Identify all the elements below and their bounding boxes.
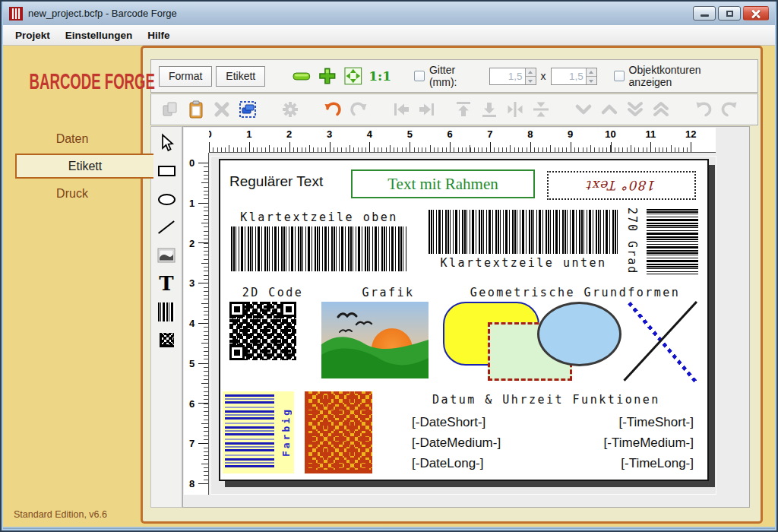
zoom-in-icon[interactable] xyxy=(318,66,337,86)
grid-height-spinner[interactable]: 1,5 xyxy=(551,68,597,85)
grid-checkbox[interactable] xyxy=(414,71,425,81)
redo-icon[interactable] xyxy=(349,100,368,119)
regular-text-object[interactable]: Regulärer Text xyxy=(229,173,323,190)
time-long-placeholder[interactable]: [-TimeLong-] xyxy=(604,453,694,473)
ruler-number: 11 xyxy=(645,128,656,140)
menu-hilfe[interactable]: Hilfe xyxy=(140,27,177,43)
grid-width-spinner[interactable]: 1,5 xyxy=(489,68,536,85)
time-medium-placeholder[interactable]: [-TimeMedium-] xyxy=(604,432,694,453)
close-icon xyxy=(751,9,761,18)
date-function-list: [-DateShort-] [-DateMedium-] [-DateLong-… xyxy=(412,412,501,473)
qr-code-object[interactable] xyxy=(229,302,296,360)
shapes-heading: Geometrische Grundformen xyxy=(453,286,697,299)
delete-icon[interactable] xyxy=(212,100,232,119)
qr-finder-pattern xyxy=(281,302,296,317)
maximize-button[interactable] xyxy=(718,6,741,21)
app-logo: BARCODE FORGE xyxy=(30,68,115,94)
sidebar: BARCODE FORGE Daten Etikett Druck Standa… xyxy=(3,46,141,529)
zoom-one-to-one[interactable]: 1:1 xyxy=(368,68,391,84)
bring-forward-icon[interactable] xyxy=(599,100,619,119)
minimize-button[interactable] xyxy=(693,6,716,21)
ruler-number: 2 xyxy=(189,237,194,249)
window-controls xyxy=(693,6,769,21)
image-tool-icon[interactable] xyxy=(156,245,177,265)
framed-text-object[interactable]: Text mit Rahmen xyxy=(351,169,535,198)
settings-gear-icon[interactable] xyxy=(280,100,300,119)
select-all-icon[interactable] xyxy=(238,100,258,119)
design-canvas[interactable]: 0123456789101112 012345678 Regulärer Tex… xyxy=(182,126,750,508)
line-tool-icon[interactable] xyxy=(156,217,177,237)
select-tool-icon[interactable] xyxy=(156,133,177,153)
window-title: new_project.bcfp - Barcode Forge xyxy=(28,8,177,19)
ruler-number: 7 xyxy=(189,438,194,449)
zoom-fit-icon[interactable] xyxy=(343,66,363,86)
time-function-list: [-TimeShort-] [-TimeMedium-] [-TimeLong-… xyxy=(604,412,694,473)
menu-bar: Projekt Einstellungen Hilfe xyxy=(3,25,775,46)
graphic-image-object[interactable] xyxy=(321,302,429,378)
format-button[interactable]: Format xyxy=(159,66,212,87)
datamatrix-object[interactable] xyxy=(305,391,372,473)
date-long-placeholder[interactable]: [-DateLong-] xyxy=(412,453,501,473)
ruler-number: 7 xyxy=(487,128,492,140)
time-short-placeholder[interactable]: [-TimeShort-] xyxy=(604,412,694,432)
ellipse-shape[interactable] xyxy=(537,302,621,366)
send-to-back-icon[interactable] xyxy=(625,100,645,119)
ruler-number: 12 xyxy=(685,128,696,140)
rectangle-tool-icon[interactable] xyxy=(156,161,177,181)
edition-version-label: Standard Edition, v6.6 xyxy=(14,509,107,520)
barcode2-object[interactable] xyxy=(429,210,618,254)
matrix-code-tool-icon[interactable] xyxy=(156,330,177,350)
ruler-number: 6 xyxy=(447,128,452,140)
align-top-icon[interactable] xyxy=(454,100,473,119)
minimize-icon xyxy=(701,14,709,17)
sidebar-item-etikett[interactable]: Etikett xyxy=(15,154,153,179)
sidebar-item-daten[interactable]: Daten xyxy=(3,126,141,151)
rotated-text-object[interactable]: 180° Text xyxy=(547,171,696,200)
label-sheet[interactable]: Regulärer Text Text mit Rahmen 180° Text… xyxy=(219,159,709,481)
ruler-number: 4 xyxy=(367,128,372,140)
move-last-icon[interactable] xyxy=(417,100,437,119)
barcode1-object[interactable] xyxy=(231,226,407,271)
color-barcode-object[interactable]: Farbig xyxy=(223,391,294,473)
outlines-checkbox[interactable] xyxy=(614,71,625,81)
align-bottom-icon[interactable] xyxy=(479,100,499,119)
date-medium-placeholder[interactable]: [-DateMedium-] xyxy=(412,432,501,453)
center-horizontal-icon[interactable] xyxy=(505,100,525,119)
rotated-barcode-object[interactable] xyxy=(647,209,698,274)
app-window: new_project.bcfp - Barcode Forge Projekt… xyxy=(0,0,778,532)
move-first-icon[interactable] xyxy=(391,100,411,119)
rotate-ccw-icon[interactable] xyxy=(694,100,713,119)
copy-icon[interactable] xyxy=(160,100,180,119)
ruler-number: 8 xyxy=(527,128,533,140)
ellipse-tool-icon[interactable] xyxy=(156,189,177,209)
text-tool-icon[interactable]: T xyxy=(156,274,177,293)
zoom-out-icon[interactable] xyxy=(292,66,312,86)
center-vertical-icon[interactable] xyxy=(531,100,551,119)
graphic-heading: Grafik xyxy=(346,286,430,299)
menu-projekt[interactable]: Projekt xyxy=(8,27,58,43)
barcode-tool-icon[interactable] xyxy=(156,302,177,321)
undo-icon[interactable] xyxy=(323,100,343,119)
close-button[interactable] xyxy=(743,6,769,21)
rotated-barcode-caption: 270 Grad xyxy=(625,207,639,283)
color-barcode-stripes xyxy=(225,394,274,470)
rotated-text-label: 180° Text xyxy=(587,178,656,193)
spinner-arrows[interactable] xyxy=(525,68,536,84)
rotate-cw-icon[interactable] xyxy=(719,100,739,119)
menu-einstellungen[interactable]: Einstellungen xyxy=(58,27,141,43)
spinner-arrows[interactable] xyxy=(586,68,596,84)
barcode2-caption-bottom: Klartextzeile unten xyxy=(429,256,618,270)
etikett-button[interactable]: Etikett xyxy=(216,66,265,87)
ruler-number: 1 xyxy=(246,128,251,140)
horizontal-ruler: 0123456789101112 xyxy=(184,128,716,153)
sidebar-item-druck[interactable]: Druck xyxy=(3,181,141,206)
bring-to-front-icon[interactable] xyxy=(651,100,671,119)
send-backward-icon[interactable] xyxy=(574,100,593,119)
dotted-line-shape[interactable] xyxy=(628,302,697,384)
framed-text-label: Text mit Rahmen xyxy=(387,175,498,194)
title-bar[interactable]: new_project.bcfp - Barcode Forge xyxy=(3,2,775,25)
maximize-icon xyxy=(726,11,733,17)
datetime-heading: Datum & Uhrzeit Funktionen xyxy=(395,393,697,407)
paste-icon[interactable] xyxy=(186,100,206,119)
date-short-placeholder[interactable]: [-DateShort-] xyxy=(412,412,501,432)
